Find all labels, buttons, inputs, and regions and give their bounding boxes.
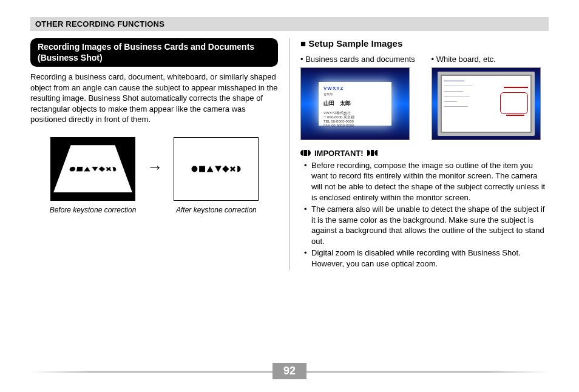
after-keystone-image <box>174 137 259 201</box>
topic-title-pill: Recording Images of Business Cards and D… <box>30 38 278 67</box>
before-caption: Before keystone correction <box>50 206 137 214</box>
important-heading: IMPORTANT! <box>300 149 549 158</box>
sample1-label: • Business cards and documents <box>300 55 418 65</box>
list-item: Digital zoom is disabled while recording… <box>311 248 549 269</box>
section-header: OTHER RECORDING FUNCTIONS <box>30 17 549 31</box>
bizcard-name: 山田 太郎 <box>323 100 387 107</box>
topic-body-text: Recording a business card, document, whi… <box>30 72 278 125</box>
sample-business-card-image: VWXYZ 営業部 山田 太郎 VWXYZ株式会社〒000-0000 東京都TE… <box>300 67 410 140</box>
page-footer: 92 <box>0 363 579 381</box>
bizcard-logo: VWXYZ <box>323 86 387 91</box>
list-item: The camera also will be unable to detect… <box>311 204 549 246</box>
keystone-illustration: Before keystone correction → After keyst… <box>30 137 278 214</box>
left-column: Recording Images of Business Cards and D… <box>30 38 290 270</box>
sample-whiteboard-image: ━━━━━━━━━━━─────────────────────────────… <box>432 67 541 140</box>
important-bullets: Before recording, compose the image so o… <box>300 160 549 269</box>
right-column: ■ Setup Sample Images • Business cards a… <box>290 38 549 270</box>
important-deco-left-icon <box>300 150 311 156</box>
setup-heading: ■ Setup Sample Images <box>300 38 549 49</box>
sample2-label: • White board, etc. <box>432 55 549 65</box>
important-deco-right-icon <box>367 150 378 156</box>
list-item: Before recording, compose the image so o… <box>311 160 549 203</box>
arrow-icon: → <box>147 159 163 192</box>
before-keystone-image <box>50 137 135 201</box>
important-label: IMPORTANT! <box>314 149 364 158</box>
after-caption: After keystone correction <box>174 206 259 214</box>
page-number: 92 <box>273 363 306 379</box>
